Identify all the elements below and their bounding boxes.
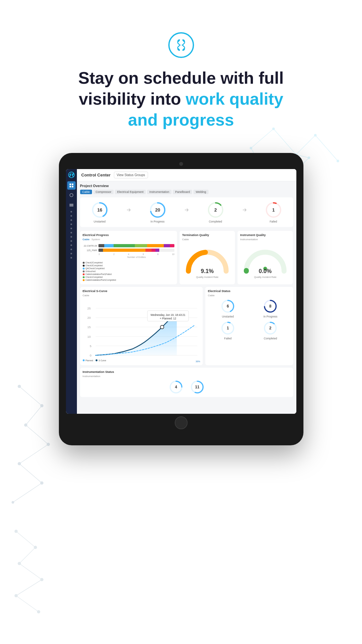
status-completed: 2 Completed bbox=[207, 201, 224, 223]
svg-point-92 bbox=[14, 530, 18, 533]
logo-icon bbox=[168, 32, 194, 58]
x-axis: 0 2 4 6 8 10 bbox=[83, 253, 174, 255]
seg bbox=[164, 244, 170, 247]
svg-point-21 bbox=[40, 481, 43, 485]
svg-text:2: 2 bbox=[214, 207, 217, 213]
svg-point-97 bbox=[37, 610, 40, 613]
svg-text:20: 20 bbox=[155, 207, 160, 213]
is-circle-11: 11 bbox=[190, 380, 205, 394]
svg-text:16: 16 bbox=[97, 207, 102, 213]
tq-title: Termination Quality bbox=[182, 233, 232, 237]
svg-text:+ Planned: 12: + Planned: 12 bbox=[160, 317, 176, 320]
status-unstarted-label: Unstarted bbox=[94, 220, 106, 223]
svg-text:9.1%: 9.1% bbox=[201, 268, 214, 274]
svg-text:8: 8 bbox=[269, 304, 272, 308]
svg-text:6: 6 bbox=[227, 304, 229, 308]
sidebar-dot bbox=[70, 249, 72, 250]
cat-tab-compressor[interactable]: Compressor bbox=[93, 190, 114, 194]
svg-rect-34 bbox=[72, 186, 73, 187]
legend-item: QACheckCompleted bbox=[83, 267, 174, 270]
content-area: Project Overview Cable Compressor Electr… bbox=[77, 181, 296, 414]
sc-title: Electrical S-Curve bbox=[83, 289, 200, 293]
svg-point-16 bbox=[18, 385, 21, 388]
svg-rect-32 bbox=[72, 184, 73, 185]
legend-item: Check3Completed bbox=[83, 264, 174, 267]
seg bbox=[152, 249, 155, 252]
cat-tab-cable[interactable]: Cable bbox=[80, 190, 92, 194]
is-title: Instrumentation Status bbox=[83, 370, 291, 374]
svg-line-100 bbox=[19, 564, 42, 580]
category-tabs: Cable Compressor Electrical Equipment In… bbox=[80, 190, 293, 194]
svg-point-3 bbox=[314, 134, 317, 137]
svg-point-17 bbox=[40, 404, 43, 407]
legend-item: CableInstallationPart1Failed bbox=[83, 273, 174, 275]
electrical-status-card: Electrical Status Cable 6 bbox=[205, 287, 293, 365]
svg-line-10 bbox=[296, 135, 315, 155]
is-subtitle: Instrumentation bbox=[83, 375, 291, 378]
svg-point-7 bbox=[308, 156, 310, 159]
seg bbox=[114, 244, 135, 247]
cat-tab-welding[interactable]: Welding bbox=[193, 190, 208, 194]
svg-point-19 bbox=[47, 443, 50, 446]
iq-label: Quality Incident Rate bbox=[240, 276, 290, 279]
sidebar-item-circle[interactable] bbox=[67, 191, 76, 199]
electrical-progress-card: Electrical Progress Cable System 22-CWTR… bbox=[80, 231, 177, 284]
seg bbox=[155, 249, 159, 252]
sidebar-dot bbox=[70, 232, 72, 233]
sidebar-item-layers[interactable] bbox=[67, 201, 76, 209]
iq-subtitle: Instrumentation bbox=[240, 238, 290, 241]
tablet-device: Control Center View Status Groups Projec… bbox=[59, 153, 303, 445]
svg-line-25 bbox=[26, 425, 48, 444]
svg-line-26 bbox=[19, 444, 48, 464]
cat-tab-instrumentation[interactable]: Instrumentation bbox=[147, 190, 172, 194]
svg-rect-33 bbox=[70, 186, 71, 187]
sc-legend-planned: Planned bbox=[83, 359, 93, 362]
svg-text:15: 15 bbox=[87, 326, 90, 329]
legend-item: Check1Completed bbox=[83, 276, 174, 278]
svg-line-98 bbox=[16, 531, 35, 547]
seg bbox=[98, 244, 105, 247]
seg bbox=[98, 249, 103, 252]
svg-line-28 bbox=[13, 483, 42, 502]
tablet-screen: Control Center View Status Groups Projec… bbox=[66, 169, 296, 414]
tq-subtitle: Cable bbox=[182, 238, 232, 241]
cat-tab-electrical[interactable]: Electrical Equipment bbox=[115, 190, 146, 194]
app-title: Control Center bbox=[81, 173, 111, 177]
ep-tab-cable[interactable]: Cable bbox=[83, 238, 90, 241]
bar-label-1: 22-CWTR-09 bbox=[83, 245, 97, 247]
svg-point-18 bbox=[24, 423, 27, 427]
is-circles: 4 11 bbox=[83, 380, 291, 394]
view-status-btn[interactable]: View Status Groups bbox=[114, 172, 148, 178]
svg-point-96 bbox=[14, 594, 18, 597]
app-sidebar bbox=[66, 169, 77, 414]
bar-row-2: 125_PWR bbox=[83, 249, 174, 252]
sidebar-dot bbox=[70, 257, 72, 259]
ep-title: Electrical Progress bbox=[83, 233, 174, 237]
iq-gauge: 0.0% bbox=[240, 243, 290, 274]
es-failed: 1 Failed bbox=[208, 321, 248, 340]
tq-label: Quality Incident Rate bbox=[182, 276, 232, 279]
es-unstarted-label: Unstarted bbox=[222, 315, 234, 318]
termination-quality-card: Termination Quality Cable 9.1% Quality I… bbox=[180, 231, 235, 284]
sidebar-item-dashboard[interactable] bbox=[67, 181, 76, 190]
sidebar-dot bbox=[70, 253, 72, 254]
legend-item: Untouched bbox=[83, 270, 174, 272]
svg-line-23 bbox=[19, 386, 42, 406]
section-project-title: Project Overview bbox=[80, 184, 293, 188]
legend-item: CableInstallationPart1Completed bbox=[83, 279, 174, 281]
cat-tab-panelboard[interactable]: Panelboard bbox=[173, 190, 192, 194]
status-inprogress-label: In Progress bbox=[151, 220, 164, 223]
scurve-chart: 0 5 10 15 20 25 Number of Completions bbox=[83, 299, 200, 358]
bar-track-2 bbox=[98, 249, 174, 252]
sidebar-dot bbox=[70, 215, 72, 217]
ep-tab-system[interactable]: System bbox=[91, 238, 100, 241]
status-failed: 1 Failed bbox=[265, 201, 282, 223]
sc-subtitle: Cable bbox=[83, 294, 200, 297]
svg-rect-37 bbox=[70, 205, 73, 205]
tablet-home-button[interactable] bbox=[175, 416, 188, 429]
es-inprogress-label: In Progress bbox=[264, 315, 277, 318]
svg-line-101 bbox=[16, 580, 42, 596]
svg-text:5: 5 bbox=[89, 345, 91, 348]
status-circles: 16 Unstarted bbox=[80, 197, 293, 227]
bar-chart: 22-CWTR-09 bbox=[83, 243, 174, 260]
